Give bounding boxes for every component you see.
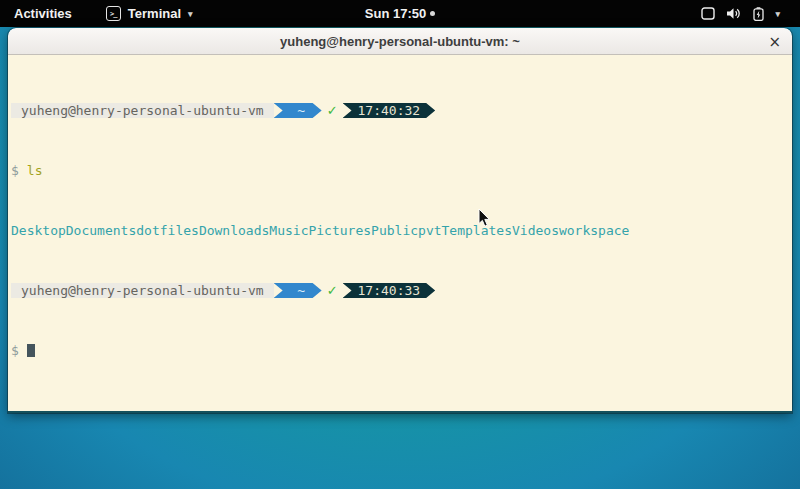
prompt-char: $ <box>11 343 19 358</box>
command-text: ls <box>27 163 43 178</box>
directory-name: Music <box>269 223 308 238</box>
close-button[interactable]: × <box>768 28 781 55</box>
notification-dot-icon <box>430 11 435 16</box>
chevron-down-icon: ▾ <box>775 9 780 19</box>
directory-name: dotfiles <box>136 223 199 238</box>
titlebar[interactable]: yuheng@henry-personal-ubuntu-vm: ~ × <box>8 28 792 55</box>
shell-prompt-line: yuheng@henry-personal-ubuntu-vm ~ ✓ 17:4… <box>11 103 790 118</box>
window-title: yuheng@henry-personal-ubuntu-vm: ~ <box>280 34 520 49</box>
terminal-icon: >_ <box>106 6 121 21</box>
ls-output-line: Desktop Documents dotfiles Downloads Mus… <box>11 223 790 238</box>
directory-name: Downloads <box>199 223 269 238</box>
command-line: $ls <box>11 163 790 178</box>
prompt-char: $ <box>11 163 19 178</box>
mouse-cursor <box>478 208 492 229</box>
shell-prompt-line: yuheng@henry-personal-ubuntu-vm ~ ✓ 17:4… <box>11 283 790 298</box>
status-check-icon: ✓ <box>327 283 338 298</box>
prompt-time-segment: 17:40:32 <box>343 103 436 118</box>
prompt-user-segment: yuheng@henry-personal-ubuntu-vm <box>11 283 274 298</box>
chevron-down-icon: ▾ <box>188 9 193 19</box>
status-check-icon: ✓ <box>327 103 338 118</box>
prompt-time-segment: 17:40:33 <box>343 283 436 298</box>
battery-icon <box>753 7 764 21</box>
current-prompt-line: $ <box>11 343 790 358</box>
top-bar: Activities >_ Terminal ▾ Sun 17:50 <box>0 0 800 27</box>
screen-icon <box>701 7 715 20</box>
terminal-content[interactable]: yuheng@henry-personal-ubuntu-vm ~ ✓ 17:4… <box>8 55 792 411</box>
app-menu-label: Terminal <box>128 6 181 21</box>
directory-name: Pictures <box>308 223 371 238</box>
directory-name: Public <box>371 223 418 238</box>
prompt-path-segment: ~ <box>274 283 322 298</box>
directory-name: Documents <box>66 223 136 238</box>
prompt-user-segment: yuheng@henry-personal-ubuntu-vm <box>11 103 274 118</box>
directory-name: Videos <box>512 223 559 238</box>
app-menu-terminal[interactable]: >_ Terminal ▾ <box>98 0 201 27</box>
volume-icon <box>726 7 742 20</box>
directory-name: Desktop <box>11 223 66 238</box>
terminal-window: yuheng@henry-personal-ubuntu-vm: ~ × yuh… <box>8 28 792 413</box>
prompt-path-segment: ~ <box>274 103 322 118</box>
directory-name: pvt <box>418 223 441 238</box>
terminal-cursor <box>27 344 35 357</box>
activities-button[interactable]: Activities <box>0 0 86 27</box>
directory-name: workspace <box>559 223 629 238</box>
directory-name: Templates <box>442 223 512 238</box>
clock-button[interactable]: Sun 17:50 <box>365 6 435 21</box>
clock-label: Sun 17:50 <box>365 6 426 21</box>
system-status-menu[interactable]: ▾ <box>701 0 800 27</box>
